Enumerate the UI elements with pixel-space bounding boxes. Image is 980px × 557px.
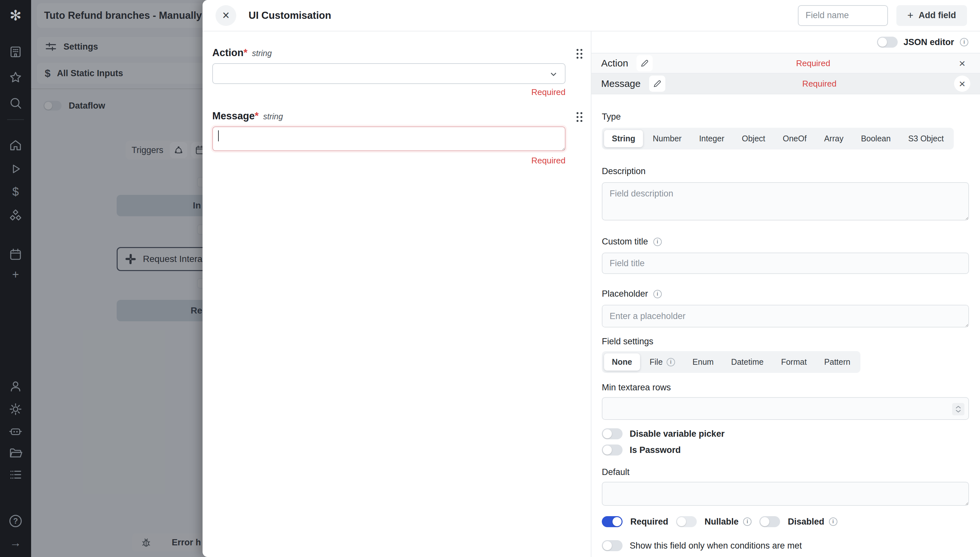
message-textarea[interactable] [212,127,566,151]
type-option-object[interactable]: Object [734,130,773,147]
remove-field-button[interactable]: × [954,75,970,92]
app-sidebar: ✻ $ + [0,0,31,557]
sidebar-item-runs[interactable] [0,161,31,177]
sidebar-item-home[interactable] [0,137,31,153]
sidebar-item-logs[interactable] [0,467,31,482]
is-password-toggle[interactable] [602,445,622,456]
field-setting-none[interactable]: None [604,353,640,371]
disable-variable-picker-toggle[interactable] [602,428,622,439]
sidebar-item-collapse[interactable]: → [0,535,31,550]
default-label: Default [602,467,969,477]
type-option-number[interactable]: Number [645,130,689,147]
type-segmented-control: String Number Integer Object OneOf Array… [602,128,954,150]
type-label: Type [602,112,969,122]
disabled-toggle[interactable] [759,516,780,527]
remove-field-button[interactable]: × [954,55,970,71]
message-required-note: Required [212,156,566,166]
info-icon: i [743,518,751,526]
field-setting-pattern[interactable]: Pattern [816,353,858,371]
sidebar-item-settings[interactable] [0,401,31,417]
type-option-array[interactable]: Array [816,130,852,147]
sidebar-item-modules[interactable] [0,208,31,224]
json-editor-row: JSON editor i [592,31,980,53]
play-icon [9,163,22,175]
cubes-icon [9,209,22,223]
pencil-icon [640,59,649,68]
type-option-boolean[interactable]: Boolean [853,130,899,147]
sidebar-item-workspace[interactable] [0,44,31,60]
app-logo[interactable]: ✻ [0,8,31,23]
sidebar-item-schedules[interactable] [0,247,31,262]
type-option-s3object[interactable]: S3 Object [900,130,951,147]
folder-icon [9,446,22,460]
min-textarea-rows-input[interactable] [602,397,969,420]
description-textarea[interactable] [602,182,969,220]
message-field-type: string [263,112,283,121]
app-root: Tuto Refund branches - Manually Settings… [0,0,980,557]
chevron-up-icon [956,406,961,409]
field-name-input[interactable] [798,5,888,26]
sidebar-item-help[interactable]: ? [0,513,31,529]
field-setting-datetime[interactable]: Datetime [723,353,771,371]
add-field-button[interactable]: + Add field [896,5,967,26]
rename-field-button[interactable] [637,55,653,71]
close-icon: × [222,8,229,22]
action-field-type: string [252,49,272,58]
rename-field-button[interactable] [649,75,665,92]
info-icon: i [829,518,837,526]
close-icon: × [959,57,965,70]
close-icon: × [959,78,965,90]
field-editor-content: Type String Number Integer Object OneOf … [592,94,980,557]
sidebar-item-users[interactable] [0,379,31,394]
info-icon: i [653,290,662,298]
action-select[interactable] [212,63,566,84]
nullable-toggle[interactable] [676,516,697,527]
nullable-label: Nullable i [705,517,751,527]
custom-title-input[interactable] [602,252,969,274]
sidebar-item-folders[interactable] [0,445,31,461]
modal-close-button[interactable]: × [216,5,236,26]
required-asterisk: * [255,110,258,122]
action-drag-handle[interactable] [577,49,582,59]
field-setting-file[interactable]: File i [642,353,683,371]
custom-title-label: Custom title i [602,237,969,247]
type-option-oneof[interactable]: OneOf [775,130,814,147]
person-icon [9,379,22,393]
sidebar-item-add[interactable]: + [0,267,31,282]
required-label: Required [630,517,668,527]
type-option-integer[interactable]: Integer [691,130,732,147]
sidebar-item-variables[interactable]: $ [0,184,31,200]
field-setting-enum[interactable]: Enum [685,353,722,371]
field-row-status: Required [796,59,830,68]
message-field-label: Message* [212,110,258,122]
search-icon [9,96,22,110]
disabled-label: Disabled i [788,517,837,527]
field-row-message[interactable]: Message Required × [592,73,980,94]
sidebar-divider [7,119,24,120]
text-cursor [218,130,219,142]
field-editor-panel: JSON editor i Action Required × Message [591,31,980,557]
field-row-action[interactable]: Action Required × [592,53,980,73]
sidebar-item-favorites[interactable] [0,70,31,85]
min-textarea-rows-label: Min textarea rows [602,383,969,393]
action-required-note: Required [212,87,566,97]
required-toggle[interactable] [602,516,622,527]
gear-icon [9,402,22,416]
is-password-label: Is Password [630,445,681,455]
default-textarea[interactable] [602,482,969,506]
placeholder-textarea[interactable] [602,305,969,327]
calendar-icon [9,248,22,261]
required-nullable-disabled-row: Required Nullable i Disabled i [602,516,969,527]
show-conditions-toggle[interactable] [602,540,622,551]
type-option-string[interactable]: String [604,130,643,147]
number-stepper[interactable] [952,403,964,415]
is-password-row: Is Password [602,445,969,456]
message-drag-handle[interactable] [577,112,582,122]
disable-variable-picker-label: Disable variable picker [630,429,725,439]
plus-icon: + [907,10,913,21]
field-setting-format[interactable]: Format [773,353,814,371]
json-editor-toggle[interactable] [877,37,898,48]
sidebar-item-agents[interactable] [0,423,31,439]
sidebar-item-search[interactable] [0,95,31,111]
modal-title: UI Customisation [249,10,331,21]
